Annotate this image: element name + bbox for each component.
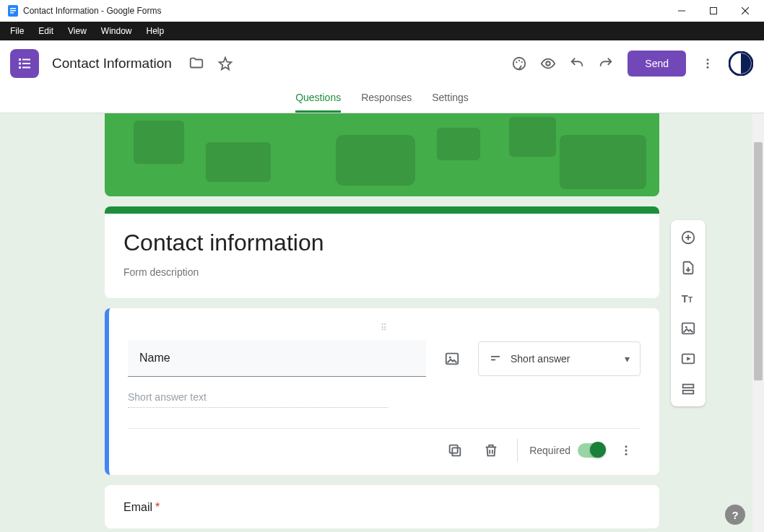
window-titlebar: Contact Information - Google Forms — [0, 0, 764, 22]
svg-point-15 — [516, 61, 518, 63]
question-title-input[interactable] — [128, 340, 426, 377]
window-close-button[interactable] — [729, 0, 761, 22]
menu-window[interactable]: Window — [94, 22, 139, 40]
add-question-button[interactable] — [675, 224, 701, 250]
svg-rect-11 — [22, 63, 30, 64]
svg-rect-9 — [22, 59, 30, 61]
svg-text:T: T — [682, 293, 688, 305]
customize-theme-button[interactable] — [505, 49, 534, 78]
question-type-label: Short answer — [511, 353, 570, 365]
add-image-button[interactable] — [436, 343, 468, 375]
svg-rect-42 — [683, 385, 694, 388]
form-header-image[interactable] — [105, 113, 659, 196]
question-type-select[interactable]: Short answer ▾ — [478, 341, 641, 376]
docs-app-icon — [7, 5, 19, 17]
window-title: Contact Information - Google Forms — [23, 6, 161, 16]
add-video-button[interactable] — [675, 346, 701, 372]
svg-point-20 — [707, 63, 709, 65]
required-label: Required — [529, 445, 570, 456]
svg-rect-8 — [19, 58, 21, 61]
window-maximize-button[interactable] — [698, 0, 729, 22]
send-button[interactable]: Send — [628, 51, 686, 77]
form-title-card[interactable]: Contact information Form description — [105, 206, 659, 298]
svg-rect-10 — [19, 63, 21, 65]
menu-file[interactable]: File — [3, 22, 31, 40]
form-description[interactable]: Form description — [123, 266, 641, 278]
delete-question-button[interactable] — [477, 436, 505, 465]
vertical-scrollbar[interactable] — [752, 113, 764, 532]
svg-rect-3 — [10, 12, 14, 14]
svg-rect-1 — [10, 8, 16, 9]
svg-point-31 — [625, 445, 628, 448]
tab-questions[interactable]: Questions — [295, 92, 341, 113]
form-title[interactable]: Contact information — [123, 230, 641, 256]
answer-placeholder: Short answer text — [128, 391, 388, 408]
user-avatar[interactable] — [728, 51, 754, 77]
import-questions-button[interactable] — [675, 255, 701, 281]
question-title-next[interactable]: Email — [123, 501, 152, 513]
menu-view[interactable]: View — [61, 22, 94, 40]
tab-settings[interactable]: Settings — [432, 92, 469, 113]
svg-point-40 — [685, 326, 687, 328]
svg-point-21 — [707, 66, 709, 69]
svg-point-24 — [449, 356, 451, 358]
divider — [517, 439, 518, 462]
window-minimize-button[interactable] — [666, 0, 698, 22]
add-title-button[interactable]: TT — [675, 285, 701, 311]
svg-point-18 — [547, 61, 551, 66]
svg-rect-28 — [450, 445, 458, 453]
question-toolbar: TT — [671, 220, 706, 406]
preview-button[interactable] — [534, 49, 563, 78]
more-options-button[interactable] — [693, 49, 722, 78]
drag-handle-icon[interactable]: ⠿ — [128, 323, 641, 333]
svg-point-17 — [521, 61, 523, 63]
add-image-block-button[interactable] — [675, 315, 701, 341]
question-card-next[interactable]: Email* — [105, 485, 659, 528]
svg-rect-13 — [22, 67, 30, 69]
menubar: File Edit View Window Help — [0, 22, 764, 40]
tab-responses[interactable]: Responses — [361, 92, 412, 113]
svg-point-32 — [625, 450, 628, 452]
undo-button[interactable] — [563, 49, 591, 78]
menu-edit[interactable]: Edit — [31, 22, 61, 40]
forms-logo-icon[interactable] — [10, 49, 39, 78]
svg-rect-2 — [10, 10, 16, 12]
question-more-button[interactable] — [612, 436, 641, 465]
chevron-down-icon: ▾ — [625, 353, 630, 365]
editor-tabs: Questions Responses Settings — [0, 87, 764, 113]
move-to-folder-button[interactable] — [182, 49, 211, 78]
svg-rect-12 — [19, 66, 21, 69]
scrollbar-thumb[interactable] — [754, 142, 763, 380]
svg-rect-5 — [711, 7, 717, 14]
svg-point-19 — [707, 58, 709, 61]
help-button[interactable]: ? — [725, 505, 745, 525]
svg-rect-43 — [683, 391, 694, 394]
star-button[interactable] — [211, 49, 240, 78]
svg-point-33 — [625, 453, 628, 455]
menu-help[interactable]: Help — [139, 22, 172, 40]
required-toggle[interactable] — [578, 443, 604, 458]
app-header: Contact Information Send — [0, 40, 764, 87]
svg-rect-27 — [453, 448, 461, 455]
svg-text:T: T — [688, 296, 693, 304]
svg-point-16 — [518, 60, 520, 61]
add-section-button[interactable] — [675, 376, 701, 402]
duplicate-question-button[interactable] — [440, 436, 469, 465]
form-canvas: Contact information Form description ⠿ S… — [0, 113, 764, 532]
redo-button[interactable] — [591, 49, 620, 78]
question-card[interactable]: ⠿ Short answer ▾ Short answer text — [105, 308, 659, 475]
required-star-icon: * — [155, 501, 160, 513]
document-title[interactable]: Contact Information — [52, 56, 172, 71]
